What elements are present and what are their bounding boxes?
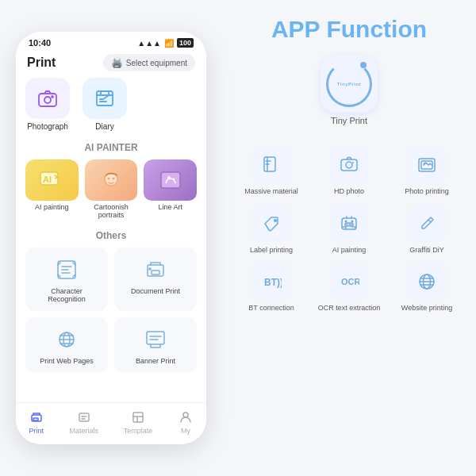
svg-rect-14: [152, 271, 159, 274]
ai-painting-card[interactable]: AI AI painting: [25, 159, 79, 219]
graffiti-diy-label: Graffiti DiY: [409, 246, 443, 255]
banner-print-icon: [141, 325, 170, 354]
nav-template-label: Template: [124, 427, 153, 435]
tiny-print-badge: TinyPrint: [321, 56, 378, 113]
svg-rect-25: [341, 159, 357, 171]
select-equipment-button[interactable]: 🖨️ Select equipment: [103, 54, 195, 71]
others-grid: Character Recognition Document Print: [25, 248, 197, 373]
bt-connection-icon-box: BT)): [252, 263, 290, 301]
print-web-pages-icon: [52, 325, 81, 354]
svg-text:BT)): BT)): [264, 277, 282, 288]
print-web-pages-label: Print Web Pages: [40, 357, 93, 365]
hd-photo-icon-box: [330, 146, 368, 184]
svg-point-7: [108, 178, 110, 180]
ai-painting-label: AI painting: [35, 203, 69, 211]
feature-bt-connection[interactable]: BT)) BT connection: [235, 263, 308, 313]
ai-painter-grid: AI AI painting: [25, 159, 197, 219]
nav-print-icon: [29, 409, 44, 425]
website-printing-label: Website printing: [401, 304, 452, 313]
bt-connection-label: BT connection: [248, 304, 294, 313]
feature-ai-painting[interactable]: AI painting: [313, 205, 386, 255]
quick-photograph[interactable]: Photograph: [25, 78, 70, 131]
graffiti-diy-icon-box: [408, 205, 446, 243]
svg-rect-32: [342, 218, 356, 229]
tiny-print-logo: TinyPrint: [326, 61, 372, 107]
svg-text:OCR: OCR: [341, 277, 359, 286]
svg-point-33: [345, 220, 347, 222]
ocr-label: OCR text extraction: [318, 304, 381, 313]
bottom-nav: Print Materials Template: [16, 402, 206, 444]
line-art-card[interactable]: Line Art: [144, 159, 197, 219]
feature-graffiti-diy[interactable]: Graffiti DiY: [390, 205, 463, 255]
ai-painting-img: AI: [25, 159, 79, 201]
label-printing-icon-box: [252, 205, 290, 243]
banner-print-card[interactable]: Banner Print: [114, 317, 197, 373]
app-function-title: APP Function: [235, 16, 463, 43]
massive-material-label: Massive material: [244, 187, 298, 197]
nav-materials-label: Materials: [70, 427, 99, 435]
document-print-card[interactable]: Document Print: [114, 248, 197, 311]
status-time: 10:40: [29, 38, 51, 48]
print-web-pages-card[interactable]: Print Web Pages: [25, 317, 108, 373]
character-recognition-icon: [52, 255, 81, 284]
photograph-icon-box: [25, 78, 70, 119]
line-art-label: Line Art: [158, 203, 182, 211]
wifi-icon: 📶: [164, 39, 174, 48]
character-recognition-card[interactable]: Character Recognition: [25, 248, 108, 311]
nav-print[interactable]: Print: [29, 409, 44, 435]
feature-website-printing[interactable]: Website printing: [390, 263, 463, 313]
svg-point-23: [183, 413, 188, 417]
svg-rect-21: [79, 413, 89, 421]
phone-mockup: 10:40 ▲▲▲ 📶 100 Print 🖨️ Select equipmen…: [0, 0, 222, 476]
svg-point-1: [44, 97, 51, 103]
feature-massive-material[interactable]: Massive material: [235, 146, 308, 197]
hd-photo-label: HD photo: [334, 187, 364, 197]
nav-my-label: My: [181, 427, 190, 435]
feature-photo-printing[interactable]: Photo printing: [390, 146, 463, 197]
svg-point-34: [351, 220, 354, 222]
tiny-print-label: Tiny Print: [331, 116, 367, 125]
cartoonish-card[interactable]: Cartoonish portraits: [85, 159, 138, 219]
feature-ocr[interactable]: OCR OCR text extraction: [313, 263, 386, 313]
photo-printing-label: Photo printing: [405, 187, 449, 197]
photo-printing-icon-box: [408, 146, 446, 184]
svg-rect-22: [133, 413, 143, 422]
svg-point-15: [149, 268, 151, 270]
diary-icon-box: [83, 78, 127, 119]
svg-point-30: [424, 163, 425, 164]
cartoonish-img: [85, 159, 138, 201]
massive-material-icon-box: [252, 146, 290, 184]
app-header: Print 🖨️ Select equipment: [16, 51, 206, 78]
svg-point-26: [346, 162, 352, 168]
nav-my[interactable]: My: [178, 409, 194, 435]
character-recognition-label: Character Recognition: [33, 287, 100, 303]
document-print-label: Document Print: [131, 287, 180, 295]
signal-icon: ▲▲▲: [137, 39, 161, 48]
quick-diary[interactable]: Diary: [83, 78, 127, 131]
select-equipment-label: Select equipment: [126, 59, 187, 67]
nav-materials[interactable]: Materials: [70, 409, 99, 435]
svg-rect-9: [161, 172, 180, 188]
line-art-img: [144, 159, 197, 201]
ai-painting-icon-box: [330, 205, 368, 243]
nav-template[interactable]: Template: [124, 409, 153, 435]
quick-access-row: Photograph Diary: [25, 78, 197, 131]
nav-print-label: Print: [29, 427, 44, 435]
app-function-panel: APP Function TinyPrint Tiny Print Massiv…: [222, 0, 476, 476]
svg-rect-29: [421, 161, 432, 169]
ai-painting-feature-label: AI painting: [332, 246, 367, 255]
svg-rect-0: [39, 94, 56, 106]
svg-point-2: [52, 96, 53, 98]
svg-point-27: [352, 162, 354, 163]
features-grid: Massive material HD photo: [235, 146, 463, 313]
document-print-icon: [141, 255, 170, 284]
cartoonish-label: Cartoonish portraits: [85, 203, 138, 219]
others-title: Others: [25, 230, 197, 241]
phone-content: Photograph Diary AI: [16, 78, 206, 402]
website-printing-icon-box: [408, 263, 446, 301]
feature-label-printing[interactable]: Label printing: [235, 205, 308, 255]
nav-my-icon: [178, 409, 194, 425]
feature-hd-photo[interactable]: HD photo: [313, 146, 386, 197]
ai-painter-title: AI PAINTER: [25, 142, 197, 153]
svg-rect-18: [147, 332, 164, 344]
